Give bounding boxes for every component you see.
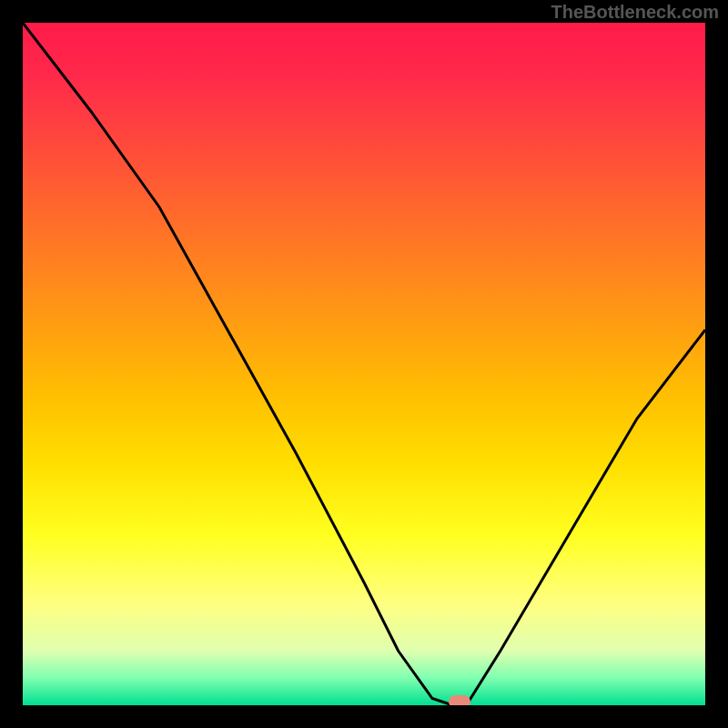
watermark-text: TheBottleneck.com [551,2,719,23]
bottleneck-curve-path [23,23,705,705]
plot-area [23,23,705,705]
optimal-marker [449,695,470,705]
curve-svg [23,23,705,705]
